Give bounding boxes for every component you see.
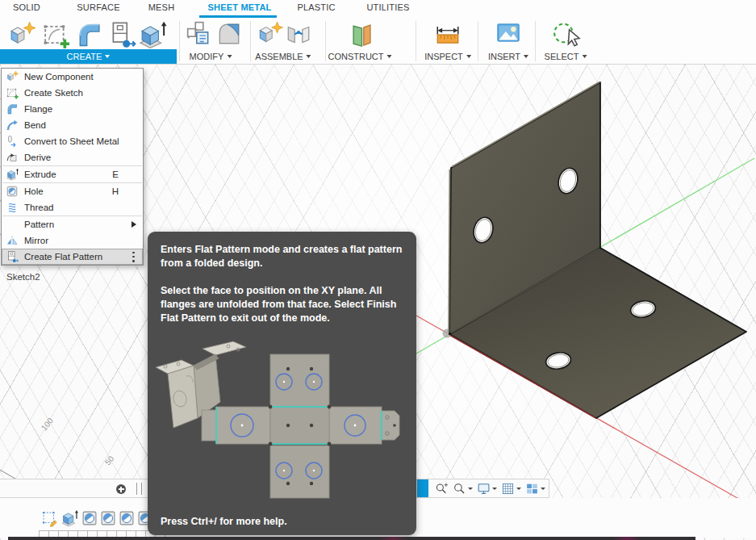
assemble-dropdown[interactable]: ASSEMBLE [255, 52, 311, 61]
tab-sheet-metal[interactable]: SHEET METAL [208, 2, 272, 12]
tab-solid[interactable]: SOLID [13, 2, 40, 12]
menu-item-flange[interactable]: Flange [2, 101, 143, 117]
browser-bottom-bar [0, 479, 151, 498]
new-component-icon[interactable] [6, 20, 36, 49]
extrude-icon [6, 168, 19, 181]
canvas-image-icon[interactable] [495, 19, 522, 47]
panel-separator [250, 21, 251, 61]
zoom-plus-minus-icon[interactable] [435, 482, 449, 496]
options-kebab-icon[interactable] [132, 252, 135, 262]
select-dropdown[interactable]: SELECT [545, 52, 587, 61]
panel-separator [478, 21, 478, 61]
tab-surface[interactable]: SURFACE [77, 2, 119, 12]
modify-dropdown[interactable]: MODIFY [190, 52, 232, 61]
create-dropdown-menu: New Component Create Sketch Flange Bend … [1, 68, 144, 266]
new-component-icon [6, 70, 19, 83]
toolbar-tab-bar: SOLID SURFACE MESH SHEET METAL PLASTIC U… [0, 0, 756, 18]
create-label: CREATE [67, 52, 102, 61]
create-dropdown-button[interactable]: CREATE [0, 49, 177, 64]
tooltip-paragraph: Select the face to position on the XY pl… [161, 284, 403, 325]
timeline-extrude-feature[interactable] [61, 509, 78, 528]
flat-pattern-icon[interactable] [107, 20, 136, 49]
menu-item-hole[interactable]: Hole H [2, 183, 143, 199]
tooltip-paragraph: Enters Flat Pattern mode and creates a f… [161, 243, 403, 270]
flat-pattern-icon [6, 250, 19, 263]
menu-item-convert-to-sheet-metal[interactable]: Convert to Sheet Metal [2, 133, 143, 149]
dropdown-caret-icon[interactable] [492, 488, 497, 490]
add-button[interactable] [116, 484, 126, 494]
select-icon[interactable] [550, 18, 583, 48]
shortcut-key: E [112, 170, 119, 179]
fit-zoom-icon[interactable] [453, 482, 466, 496]
dropdown-caret-icon [227, 55, 232, 58]
unfold-icon[interactable] [186, 20, 213, 48]
create-sketch-icon [6, 86, 19, 99]
timeline-hole-feature[interactable] [81, 509, 98, 528]
grid-settings-icon[interactable] [501, 482, 515, 496]
dropdown-caret-icon [307, 55, 311, 58]
panel-separator [416, 21, 416, 61]
menu-item-pattern[interactable]: Pattern [2, 216, 143, 232]
timeline-hole-feature[interactable] [118, 509, 136, 528]
convert-sheet-metal-icon [6, 135, 19, 148]
timeline-sketch-feature[interactable] [40, 509, 58, 528]
dropdown-caret-icon[interactable] [468, 488, 473, 490]
menu-item-create-sketch[interactable]: Create Sketch [2, 85, 143, 101]
menu-item-bend[interactable]: Bend [2, 117, 143, 133]
tab-plastic[interactable]: PLASTIC [297, 2, 335, 12]
midplane-icon[interactable] [347, 19, 377, 48]
derive-icon [6, 151, 19, 164]
icon-spacer [6, 218, 19, 231]
menu-item-create-flat-pattern[interactable]: Create Flat Pattern [2, 249, 143, 265]
display-settings-icon[interactable] [477, 482, 491, 496]
menu-item-new-component[interactable]: New Component [2, 69, 143, 85]
panel-separator [179, 21, 180, 61]
panel-separator [325, 21, 326, 61]
menu-item-mirror[interactable]: Mirror [2, 232, 143, 249]
construct-dropdown[interactable]: CONSTRUCT [328, 52, 391, 61]
joint-icon[interactable] [285, 20, 312, 48]
dropdown-caret-icon [387, 55, 392, 58]
extrude-icon[interactable] [137, 20, 167, 49]
shortcut-key: H [112, 186, 119, 196]
thread-icon [6, 201, 19, 214]
window-bottom-edge [8, 537, 695, 540]
menu-item-derive[interactable]: Derive [2, 149, 143, 165]
menu-item-extrude[interactable]: Extrude E [2, 166, 143, 182]
bend-icon [6, 119, 19, 132]
create-sketch-icon[interactable] [40, 20, 70, 49]
tooltip-footer: Press Ctrl+/ for more help. [161, 516, 287, 527]
timeline-hole-feature[interactable] [99, 509, 117, 528]
panel-resize-handle[interactable] [136, 483, 142, 495]
browser-item-sketch2[interactable]: Sketch2 [6, 272, 40, 282]
dropdown-caret-icon[interactable] [541, 488, 545, 490]
mirror-icon [6, 234, 19, 247]
dropdown-caret-icon [105, 55, 110, 58]
viewports-icon[interactable] [525, 482, 539, 496]
measure-icon[interactable] [434, 20, 462, 48]
tab-utilities[interactable]: UTILITIES [366, 2, 409, 12]
insert-dropdown[interactable]: INSERT [488, 52, 528, 61]
ribbon-toolbar: CREATE MODIFY ASSEMBLE CONSTRUCT INSPECT… [0, 18, 756, 65]
dropdown-caret-icon [466, 55, 471, 58]
hole-icon [6, 185, 19, 198]
menu-item-thread[interactable]: Thread [2, 199, 143, 216]
navigation-bar [416, 479, 549, 498]
flange-icon [6, 103, 19, 115]
flange-icon[interactable] [74, 20, 104, 49]
flat-pattern-illustration [156, 341, 407, 507]
dropdown-caret-icon[interactable] [516, 488, 521, 490]
panel-separator [535, 21, 536, 61]
new-component-icon[interactable] [256, 20, 283, 48]
sheet-metal-part[interactable] [449, 82, 746, 419]
fusion-app-window: SOLID SURFACE MESH SHEET METAL PLASTIC U… [0, 0, 756, 540]
dropdown-caret-icon [524, 55, 528, 58]
corner-icon[interactable] [215, 20, 243, 48]
dropdown-caret-icon [582, 55, 587, 58]
submenu-arrow-icon [132, 221, 136, 228]
flat-pattern-tooltip: Enters Flat Pattern mode and creates a f… [148, 232, 416, 535]
inspect-dropdown[interactable]: INSPECT [424, 52, 471, 61]
active-tool-highlight[interactable] [417, 479, 428, 497]
tab-mesh[interactable]: MESH [148, 2, 175, 12]
